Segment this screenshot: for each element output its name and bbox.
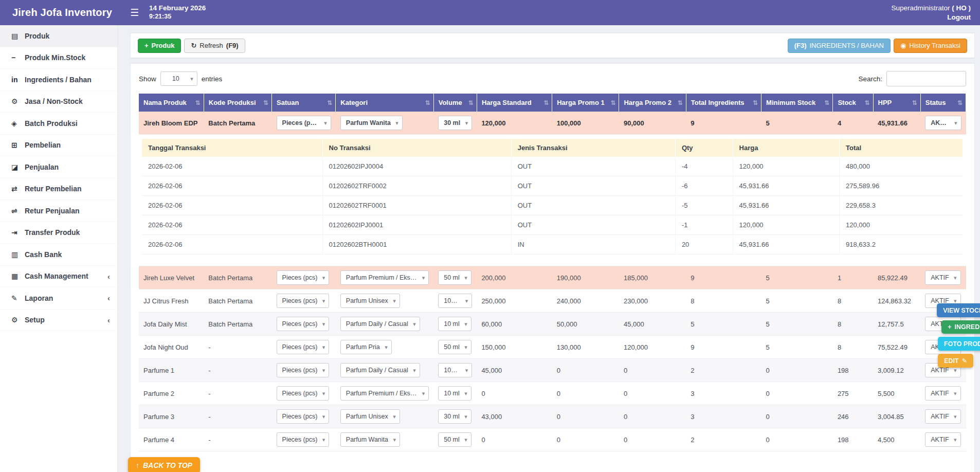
volume-select[interactable]: 100 ml▾ xyxy=(438,294,472,308)
column-header-nama[interactable]: Nama Produk⇅ xyxy=(139,94,204,112)
produk-row-parfume-1[interactable]: Parfume 1-Pieces (pcs)▾Parfum Daily / Ca… xyxy=(139,359,966,382)
volume-select[interactable]: 50 ml▾ xyxy=(438,432,471,447)
kategori-select[interactable]: Parfum Unisex▾ xyxy=(340,294,400,308)
produk-row-jofa-daily-mist[interactable]: Jofa Daily MistBatch PertamaPieces (pcs)… xyxy=(139,313,966,336)
produk-row-parfume-2[interactable]: Parfume 2-Pieces (pcs)▾Parfum Premium / … xyxy=(139,382,966,405)
kategori-select[interactable]: Parfum Pria▾ xyxy=(340,340,392,354)
harga-promo2-cell: 120,000 xyxy=(619,336,686,359)
satuan-select[interactable]: Pieces (pcs)▾ xyxy=(277,116,331,130)
volume-select[interactable]: 100 ml▾ xyxy=(438,363,472,377)
history-transaksi-button[interactable]: ◉ History Transaksi xyxy=(894,39,967,53)
satuan-select[interactable]: Pieces (pcs)▾ xyxy=(277,317,330,331)
volume-select[interactable]: 50 ml▾ xyxy=(438,270,471,285)
transaction-cell: 45,931.66 xyxy=(733,235,839,255)
sidebar-item-pembelian[interactable]: ⊞Pembelian xyxy=(0,135,117,157)
volume-cell: 30 ml▾ xyxy=(433,112,477,135)
volume-select[interactable]: 30 ml▾ xyxy=(438,116,472,130)
satuan-select[interactable]: Pieces (pcs)▾ xyxy=(277,386,330,401)
harga-promo1-cell: 190,000 xyxy=(552,266,619,289)
sidebar-item-transfer-produk[interactable]: ⇥Transfer Produk xyxy=(0,222,117,244)
satuan-select[interactable]: Pieces (pcs)▾ xyxy=(277,270,330,285)
ingredients-bahan-button[interactable]: (F3) INGREDIENTS / BAHAN xyxy=(788,39,891,53)
refresh-button[interactable]: ↻ Refresh (F9) xyxy=(184,39,245,53)
view-stock-button[interactable]: VIEW STOCK◉ xyxy=(937,303,980,317)
transaction-cell: 01202602TRF0002 xyxy=(322,176,511,196)
sort-icon: ⇅ xyxy=(468,99,474,106)
satuan-select[interactable]: Pieces (pcs)▾ xyxy=(277,409,330,424)
produk-row-jireh-luxe-velvet[interactable]: Jireh Luxe VelvetBatch PertamaPieces (pc… xyxy=(139,266,966,289)
column-header-status[interactable]: Status⇅ xyxy=(920,94,966,112)
volume-select[interactable]: 50 ml▾ xyxy=(438,340,471,354)
transaction-row: 2026-02-0601202602TRF0001OUT-545,931.662… xyxy=(142,196,963,215)
volume-select[interactable]: 10 ml▾ xyxy=(438,317,471,331)
search-input[interactable] xyxy=(886,71,966,86)
page-size-select[interactable]: 10 ▾ xyxy=(160,71,197,86)
back-to-top-button[interactable]: ↑ BACK TO TOP xyxy=(128,457,200,472)
sidebar-item-setup[interactable]: ⚙Setup‹ xyxy=(0,310,117,332)
status-select[interactable]: AKTIF▾ xyxy=(925,386,960,401)
kategori-select[interactable]: Parfum Unisex▾ xyxy=(340,409,400,424)
add-produk-button[interactable]: + Produk xyxy=(138,39,181,53)
column-header-total_ingredients[interactable]: Total Ingredients⇅ xyxy=(686,94,761,112)
column-header-stock[interactable]: Stock⇅ xyxy=(833,94,873,112)
harga-standard-cell: 45,000 xyxy=(477,359,552,382)
kategori-select-value: Parfum Daily / Casual xyxy=(346,320,408,328)
column-header-harga_promo2[interactable]: Harga Promo 2⇅ xyxy=(619,94,686,112)
column-header-harga_promo1[interactable]: Harga Promo 1⇅ xyxy=(552,94,619,112)
kategori-select[interactable]: Parfum Daily / Casual▾ xyxy=(340,317,420,331)
caret-down-icon: ▾ xyxy=(954,367,957,374)
nama-produk-cell: Jireh Bloom EDP xyxy=(139,112,204,135)
kategori-select[interactable]: Parfum Daily / Casual▾ xyxy=(340,363,420,377)
shuffle-icon: ⇌ xyxy=(11,207,25,215)
sidebar-item-label: Transfer Produk xyxy=(25,228,110,237)
hamburger-menu-icon[interactable]: ☰ xyxy=(126,5,143,21)
sidebar-item-jasa-non-stock[interactable]: ⚙Jasa / Non-Stock xyxy=(0,91,117,113)
column-header-kategori[interactable]: Kategori⇅ xyxy=(336,94,433,112)
sidebar-item-laporan[interactable]: ✎Laporan‹ xyxy=(0,287,117,310)
foto-produk-button[interactable]: FOTO PRODUK▣ xyxy=(938,337,980,351)
kategori-select[interactable]: Parfum Wanita▾ xyxy=(340,116,403,130)
sidebar-item-cash-bank[interactable]: ▥Cash Bank xyxy=(0,244,117,266)
column-header-minimum_stock[interactable]: Minimum Stock⇅ xyxy=(761,94,833,112)
satuan-select[interactable]: Pieces (pcs)▾ xyxy=(277,294,330,308)
produk-row-jj-citrus-fresh[interactable]: JJ Citrus FreshBatch PertamaPieces (pcs)… xyxy=(139,289,966,313)
sidebar-item-retur-penjualan[interactable]: ⇌Retur Penjualan xyxy=(0,200,117,222)
status-select-value: AKTIF xyxy=(931,274,949,281)
kategori-select[interactable]: Parfum Wanita▾ xyxy=(340,432,400,447)
volume-select[interactable]: 30 ml▾ xyxy=(438,409,471,424)
status-select[interactable]: AKTIF▾ xyxy=(925,409,960,424)
produk-row-jireh-bloom-edp[interactable]: Jireh Bloom EDPBatch PertamaPieces (pcs)… xyxy=(139,112,966,135)
column-header-satuan[interactable]: Satuan⇅ xyxy=(272,94,336,112)
column-header-hpp[interactable]: HPP⇅ xyxy=(873,94,920,112)
produk-row-parfume-3[interactable]: Parfume 3-Pieces (pcs)▾Parfum Unisex▾30 … xyxy=(139,405,966,428)
sidebar-item-batch-produksi[interactable]: ◈Batch Produksi xyxy=(0,113,117,135)
transaction-cell: OUT xyxy=(511,215,675,235)
produk-row-parfume-4[interactable]: Parfume 4-Pieces (pcs)▾Parfum Wanita▾50 … xyxy=(139,428,966,451)
status-select[interactable]: AKTIF▾ xyxy=(925,116,961,130)
satuan-select[interactable]: Pieces (pcs)▾ xyxy=(277,363,330,377)
column-header-volume[interactable]: Volume⇅ xyxy=(433,94,477,112)
gears-icon: ⚙ xyxy=(11,316,25,324)
transaction-cell: 20 xyxy=(675,235,733,255)
history-child-cell: Tanggal TransaksiNo TransaksiJenis Trans… xyxy=(139,135,966,266)
sidebar-item-penjualan[interactable]: ◪Penjualan xyxy=(0,156,117,178)
column-header-harga_standard[interactable]: Harga Standard⇅ xyxy=(477,94,552,112)
caret-down-icon: ▾ xyxy=(954,413,957,420)
kategori-select[interactable]: Parfum Premium / Eksklusif▾ xyxy=(340,386,429,401)
status-select[interactable]: AKTIF▾ xyxy=(925,270,960,285)
sidebar-item-produk-min-stock[interactable]: −Produk Min.Stock xyxy=(0,47,117,69)
edit-button[interactable]: EDIT✎ xyxy=(938,354,973,368)
sidebar-item-retur-pembelian[interactable]: ⇄Retur Pembelian xyxy=(0,178,117,201)
logout-link[interactable]: Logout xyxy=(891,13,971,22)
produk-row-jofa-night-oud[interactable]: Jofa Night Oud-Pieces (pcs)▾Parfum Pria▾… xyxy=(139,336,966,359)
sidebar-item-ingredients-bahan[interactable]: inIngredients / Bahan xyxy=(0,69,117,91)
volume-select[interactable]: 10 ml▾ xyxy=(438,386,471,401)
satuan-select[interactable]: Pieces (pcs)▾ xyxy=(277,340,330,354)
ingredients-button[interactable]: +INGREDIENTS xyxy=(941,320,980,334)
sidebar-item-cash-management[interactable]: ▦Cash Management‹ xyxy=(0,266,117,288)
sidebar-item-produk[interactable]: ▤Produk xyxy=(0,25,117,47)
column-header-kode[interactable]: Kode Produksi⇅ xyxy=(204,94,271,112)
status-select[interactable]: AKTIF▾ xyxy=(925,432,960,447)
kategori-select[interactable]: Parfum Premium / Eksklusif▾ xyxy=(340,270,429,285)
satuan-select[interactable]: Pieces (pcs)▾ xyxy=(277,432,330,447)
